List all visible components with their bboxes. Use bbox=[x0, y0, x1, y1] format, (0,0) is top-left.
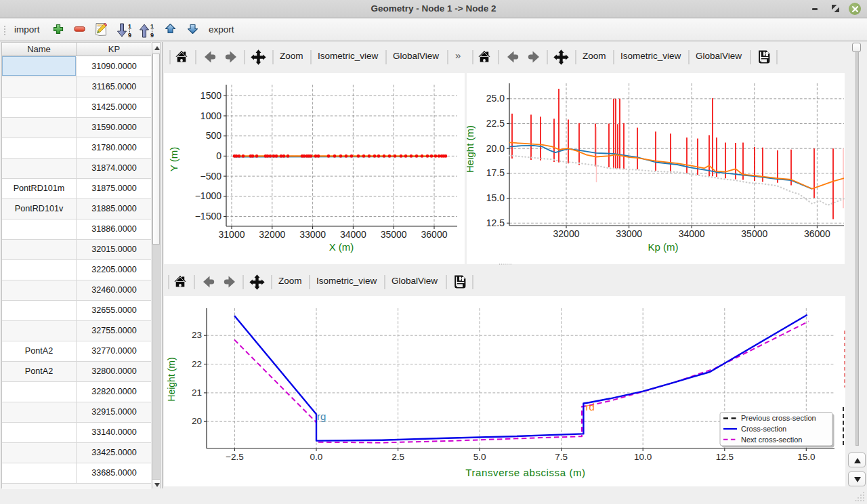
svg-text:17.5: 17.5 bbox=[486, 167, 505, 178]
svg-text:25.0: 25.0 bbox=[486, 93, 505, 104]
svg-text:12.5: 12.5 bbox=[716, 452, 734, 462]
svg-text:7.5: 7.5 bbox=[555, 452, 568, 462]
svg-text:23: 23 bbox=[192, 330, 202, 340]
svg-text:−1000: −1000 bbox=[195, 190, 222, 201]
svg-text:Height (m): Height (m) bbox=[467, 125, 475, 173]
svg-text:33000: 33000 bbox=[616, 228, 642, 239]
svg-text:35000: 35000 bbox=[381, 229, 407, 240]
svg-text:31000: 31000 bbox=[219, 229, 245, 240]
svg-text:Height (m): Height (m) bbox=[166, 357, 177, 401]
svg-text:X (m): X (m) bbox=[329, 241, 354, 253]
svg-text:0.0: 0.0 bbox=[310, 452, 323, 462]
svg-text:36000: 36000 bbox=[804, 228, 830, 239]
svg-text:Next cross-section: Next cross-section bbox=[741, 436, 802, 444]
svg-text:−1500: −1500 bbox=[195, 211, 222, 222]
svg-text:22: 22 bbox=[192, 359, 202, 369]
svg-text:15.0: 15.0 bbox=[797, 452, 815, 462]
svg-text:10.0: 10.0 bbox=[634, 452, 652, 462]
svg-text:Previous cross-section: Previous cross-section bbox=[741, 414, 816, 422]
svg-text:1: 1 bbox=[150, 23, 154, 30]
svg-text:22.5: 22.5 bbox=[486, 118, 505, 129]
svg-text:500: 500 bbox=[206, 130, 222, 141]
svg-text:5.0: 5.0 bbox=[473, 452, 486, 462]
svg-text:15.0: 15.0 bbox=[486, 192, 505, 203]
svg-text:33000: 33000 bbox=[299, 229, 326, 240]
svg-text:Transverse abscissa (m): Transverse abscissa (m) bbox=[465, 467, 585, 478]
svg-text:1: 1 bbox=[128, 23, 131, 30]
svg-text:21: 21 bbox=[192, 387, 202, 398]
svg-text:rg: rg bbox=[317, 411, 326, 422]
svg-text:rd: rd bbox=[585, 401, 594, 413]
svg-text:1000: 1000 bbox=[200, 110, 221, 121]
svg-text:34000: 34000 bbox=[340, 229, 366, 240]
svg-text:32000: 32000 bbox=[259, 229, 285, 240]
svg-text:32000: 32000 bbox=[553, 228, 580, 239]
svg-text:0: 0 bbox=[216, 150, 221, 161]
svg-text:Cross-section: Cross-section bbox=[741, 425, 786, 433]
svg-text:Y (m): Y (m) bbox=[168, 147, 179, 171]
svg-text:−2.5: −2.5 bbox=[226, 452, 244, 462]
svg-text:36000: 36000 bbox=[421, 229, 448, 240]
svg-text:35000: 35000 bbox=[741, 228, 767, 239]
svg-text:20: 20 bbox=[192, 416, 202, 426]
svg-text:Kp (m): Kp (m) bbox=[648, 241, 679, 253]
svg-text:20.0: 20.0 bbox=[486, 143, 505, 154]
svg-text:12.5: 12.5 bbox=[486, 217, 505, 228]
svg-text:2.5: 2.5 bbox=[392, 452, 404, 462]
svg-text:−500: −500 bbox=[200, 171, 221, 182]
svg-text:1500: 1500 bbox=[200, 90, 221, 101]
svg-text:34000: 34000 bbox=[679, 228, 705, 239]
